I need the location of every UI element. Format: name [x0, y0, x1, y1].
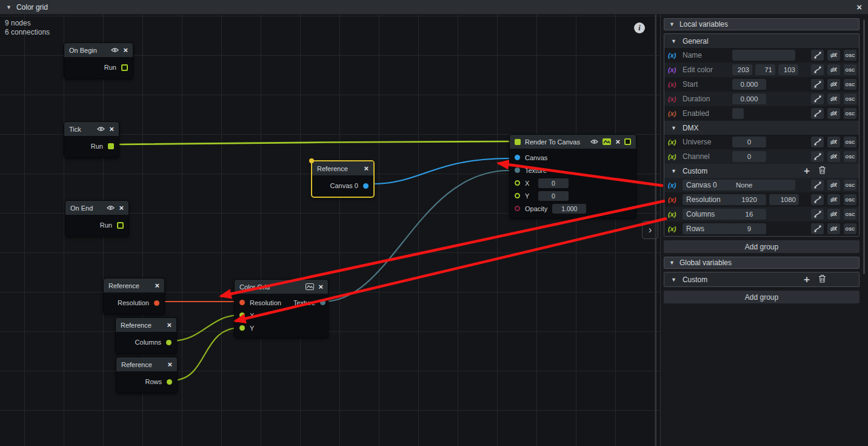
node-header[interactable]: Color Grid × [235, 280, 328, 294]
x-value-field[interactable]: 0 [538, 178, 569, 188]
enabled-checkbox[interactable] [732, 108, 744, 119]
dmx-mapping-button[interactable]: dX [827, 79, 840, 90]
y-input-port[interactable] [515, 193, 520, 198]
canvas0-target-select[interactable]: None [732, 180, 795, 191]
delete-node-icon[interactable]: × [155, 282, 159, 289]
resolution-input-port[interactable] [239, 300, 245, 305]
node-reference-columns[interactable]: Reference × Columns [115, 317, 177, 354]
node-reference-resolution[interactable]: Reference × Resolution [103, 278, 165, 314]
chevron-right-icon[interactable]: › [642, 221, 658, 239]
x-input-port[interactable] [239, 313, 245, 318]
automation-curve-button[interactable] [811, 180, 824, 191]
panel-scrollbar[interactable] [863, 19, 865, 274]
trash-icon[interactable] [818, 274, 826, 285]
node-header[interactable]: Render To Canvas × [510, 135, 636, 149]
trash-icon[interactable] [818, 166, 826, 176]
node-header[interactable]: On Begin × [64, 43, 133, 57]
run-output-port[interactable] [117, 222, 124, 229]
node-on-begin[interactable]: On Begin × Run [64, 42, 133, 79]
info-icon[interactable]: i [634, 22, 645, 33]
global-variables-header[interactable]: ▼ Global variables [664, 257, 860, 269]
osc-button[interactable]: OSC [844, 50, 856, 61]
resolution-output-port[interactable] [154, 300, 159, 306]
collapse-triangle-icon[interactable]: ▼ [669, 21, 675, 27]
texture-input-port[interactable] [515, 167, 520, 173]
collapse-triangle-icon[interactable]: ▼ [6, 4, 12, 10]
automation-curve-button[interactable] [811, 223, 824, 234]
run-input-port[interactable] [515, 139, 521, 145]
eye-icon[interactable] [111, 47, 119, 53]
rows-name-field[interactable]: Rows [683, 223, 733, 234]
rows-value-field[interactable]: 9 [732, 223, 766, 234]
x-input-port[interactable] [515, 180, 520, 186]
automation-curve-button[interactable] [811, 151, 824, 162]
duration-field[interactable]: 0.000 [732, 93, 766, 104]
node-tick[interactable]: Tick × Run [64, 121, 119, 158]
node-reference-rows[interactable]: Reference × Rows [116, 357, 178, 393]
delete-node-icon[interactable]: × [123, 46, 128, 54]
delete-node-icon[interactable]: × [167, 321, 172, 329]
dmx-mapping-button[interactable]: dX [827, 194, 840, 205]
delete-node-icon[interactable]: × [364, 164, 369, 172]
delete-node-icon[interactable]: × [615, 138, 620, 146]
opacity-value-field[interactable]: 1.000 [552, 204, 586, 214]
dmx-mapping-button[interactable]: dX [827, 64, 840, 75]
osc-button[interactable]: OSC [844, 108, 856, 119]
columns-value-field[interactable]: 16 [732, 209, 766, 220]
node-header[interactable]: Reference × [116, 357, 177, 371]
dmx-mapping-button[interactable]: dX [827, 108, 840, 119]
group-header-global-custom[interactable]: ▼ Custom + [664, 272, 859, 286]
group-header-custom[interactable]: ▼ Custom + [664, 164, 859, 178]
node-graph-canvas[interactable]: 9 nodes 6 connections i On Begin × Run [0, 15, 661, 446]
delete-node-icon[interactable]: × [318, 283, 323, 291]
dmx-mapping-button[interactable]: dX [827, 137, 840, 147]
dmx-mapping-button[interactable]: dX [827, 180, 840, 191]
automation-curve-button[interactable] [811, 79, 824, 90]
dmx-mapping-button[interactable]: dX [827, 209, 840, 220]
columns-name-field[interactable]: Columns [683, 209, 733, 220]
run-output-port[interactable] [121, 64, 128, 71]
osc-button[interactable]: OSC [844, 79, 856, 90]
add-variable-icon[interactable]: + [804, 274, 810, 285]
opacity-input-port[interactable] [515, 206, 520, 211]
color-r-field[interactable]: 203 [732, 64, 752, 75]
dmx-mapping-button[interactable]: dX [827, 223, 840, 234]
rows-output-port[interactable] [167, 379, 172, 385]
automation-curve-button[interactable] [811, 108, 824, 119]
node-header[interactable]: Reference × [104, 279, 164, 292]
automation-curve-button[interactable] [811, 93, 824, 104]
osc-button[interactable]: OSC [844, 209, 856, 220]
node-header[interactable]: Reference × [312, 161, 373, 175]
preview-image-icon[interactable] [305, 283, 314, 290]
osc-button[interactable]: OSC [844, 151, 856, 162]
add-variable-icon[interactable]: + [804, 166, 810, 176]
dmx-mapping-button[interactable]: dX [827, 50, 840, 61]
canvas0-output-port[interactable] [363, 183, 369, 189]
delete-node-icon[interactable]: × [109, 125, 114, 133]
delete-node-icon[interactable]: × [167, 360, 172, 368]
selection-handle[interactable] [309, 158, 314, 163]
node-header[interactable]: On End × [65, 201, 129, 215]
automation-curve-button[interactable] [811, 64, 824, 75]
start-field[interactable]: 0.000 [732, 79, 766, 90]
resolution-height-field[interactable]: 1080 [769, 194, 799, 205]
name-input[interactable] [732, 50, 795, 61]
osc-button[interactable]: OSC [844, 93, 856, 104]
columns-output-port[interactable] [166, 340, 172, 345]
delete-node-icon[interactable]: × [119, 204, 124, 212]
osc-button[interactable]: OSC [844, 223, 856, 234]
eye-icon[interactable] [97, 126, 105, 132]
canvas0-name-field[interactable]: Canvas 0 [683, 180, 733, 191]
node-on-end[interactable]: On End × Run [65, 200, 129, 237]
dmx-mapping-button[interactable]: dX [827, 151, 840, 162]
universe-field[interactable]: 0 [732, 137, 766, 147]
y-value-field[interactable]: 0 [538, 191, 569, 201]
collapse-triangle-icon[interactable]: ▼ [671, 277, 676, 283]
osc-button[interactable]: OSC [844, 64, 856, 75]
osc-button[interactable]: OSC [844, 194, 856, 205]
automation-curve-button[interactable] [811, 209, 824, 220]
node-reference-canvas0[interactable]: Reference × Canvas 0 [311, 160, 375, 198]
automation-curve-button[interactable] [811, 137, 824, 147]
group-header-general[interactable]: ▼ General [664, 34, 859, 48]
node-header[interactable]: Tick × [64, 122, 119, 136]
